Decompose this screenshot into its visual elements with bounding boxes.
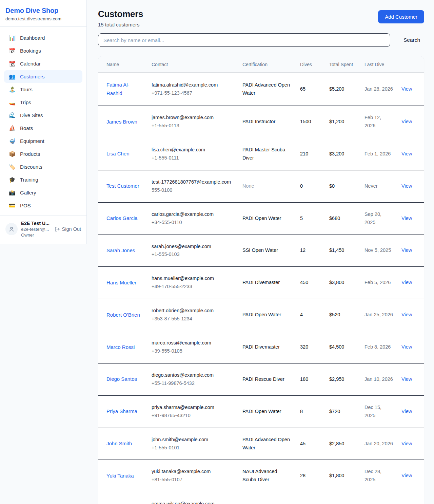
search-input[interactable] [98, 33, 390, 47]
customer-name-link-carlos-garcia[interactable]: Carlos Garcia [106, 215, 138, 221]
customer-name-link-yuki-tanaka[interactable]: Yuki Tanaka [106, 473, 134, 479]
customer-certification: SSI Open Water [238, 235, 296, 267]
customer-certification: NAUI Advanced Scuba Diver [238, 460, 296, 492]
title-block: Customers 15 total customers [98, 9, 143, 27]
view-link-priya-sharma[interactable]: View [401, 409, 412, 414]
sidebar-item-icon-calendar: 📆 [9, 61, 16, 67]
customer-last-dive: Dec 28, 2025 [360, 460, 397, 492]
customer-last-dive: Feb 5, 2026 [360, 267, 397, 299]
sidebar-item-pos[interactable]: 💳 POS [4, 199, 82, 212]
sidebar-item-tours[interactable]: 🏝️ Tours [4, 83, 82, 96]
customer-name-link-fatima-al-rashid[interactable]: Fatima Al-Rashid [106, 82, 130, 96]
customer-total-spent: $2,950 [325, 363, 360, 395]
sidebar-item-label: POS [20, 203, 31, 208]
customer-last-dive: Jan 20, 2026 [360, 428, 397, 460]
view-link-fatima-al-rashid[interactable]: View [401, 86, 412, 92]
view-link-yuki-tanaka[interactable]: View [401, 473, 412, 478]
table-row-hans-mueller: Hans Mueller hans.mueller@example.com +4… [98, 267, 424, 299]
customer-name-link-james-brown[interactable]: James Brown [106, 119, 137, 125]
view-link-lisa-chen[interactable]: View [401, 151, 412, 156]
search-button[interactable]: Search [399, 34, 424, 46]
sidebar-item-products[interactable]: 📦 Products [4, 148, 82, 160]
customer-email: james.brown@example.com [152, 114, 234, 122]
user-role: Owner [21, 232, 51, 238]
table-row-carlos-garcia: Carlos Garcia carlos.garcia@example.com … [98, 202, 424, 235]
customer-name-link-priya-sharma[interactable]: Priya Sharma [106, 408, 137, 414]
sidebar-item-icon-products: 📦 [9, 151, 16, 157]
customer-total-spent: $4,500 [325, 331, 360, 363]
customer-total-spent: $2,850 [325, 428, 360, 460]
sidebar-nav: 📊 Dashboard 📅 Bookings 📆 Calendar 👥 Cust… [0, 27, 86, 216]
sidebar-item-icon-pos: 💳 [9, 203, 16, 208]
main-content: Customers 15 total customers Add Custome… [87, 0, 434, 504]
table-row-sarah-jones: Sarah Jones sarah.jones@example.com +1-5… [98, 235, 424, 267]
sidebar-item-training[interactable]: 🎓 Training [4, 173, 82, 186]
customer-dives: 85 [296, 492, 325, 504]
sidebar-item-bookings[interactable]: 📅 Bookings [4, 44, 82, 57]
sidebar-item-label: Customers [20, 74, 45, 79]
user-email: e2e-tester@... [21, 227, 51, 232]
customer-name-link-marco-rossi[interactable]: Marco Rossi [106, 344, 135, 350]
sidebar-item-dashboard[interactable]: 📊 Dashboard [4, 32, 82, 44]
customer-name-link-diego-santos[interactable]: Diego Santos [106, 376, 137, 382]
shop-name[interactable]: Demo Dive Shop [5, 7, 81, 15]
sidebar-item-icon-discounts: 🏷️ [9, 164, 16, 170]
sidebar-item-customers[interactable]: 👥 Customers [4, 70, 82, 83]
column-header-name: Name [98, 56, 147, 73]
sidebar-item-calendar[interactable]: 📆 Calendar [4, 57, 82, 70]
customer-name-link-robert-o-brien[interactable]: Robert O'Brien [106, 312, 140, 318]
sidebar-item-label: Gallery [20, 190, 36, 195]
customer-name-link-lisa-chen[interactable]: Lisa Chen [106, 151, 130, 156]
customer-name-link-test-customer[interactable]: Test Customer [106, 183, 139, 189]
view-link-sarah-jones[interactable]: View [401, 247, 412, 253]
customer-name-link-sarah-jones[interactable]: Sarah Jones [106, 247, 135, 253]
sidebar-item-boats[interactable]: ⛵ Boats [4, 122, 82, 134]
customer-email: yuki.tanaka@example.com [152, 468, 234, 476]
customer-certification: PADI Advanced Open Water [238, 428, 296, 460]
customer-name-link-hans-mueller[interactable]: Hans Mueller [106, 280, 136, 285]
sidebar-item-label: Discounts [20, 164, 42, 170]
avatar [5, 223, 18, 235]
customer-phone: 555-0100 [152, 186, 234, 194]
customer-certification: PADI Master Scuba Diver [238, 138, 296, 170]
column-header-dives: Dives [296, 56, 325, 73]
customer-name-link-john-smith[interactable]: John Smith [106, 441, 132, 446]
customer-email: carlos.garcia@example.com [152, 210, 234, 219]
sidebar-item-trips[interactable]: 🚤 Trips [4, 96, 82, 109]
customer-phone: +34-555-0110 [152, 219, 234, 227]
user-meta: E2E Test U... e2e-tester@... Owner [21, 221, 51, 238]
sidebar-item-label: Dive Sites [20, 112, 43, 118]
view-link-diego-santos[interactable]: View [401, 376, 412, 382]
customer-email: emma.wilson@example.com [152, 500, 234, 504]
sidebar-item-dive-sites[interactable]: 🌊 Dive Sites [4, 109, 82, 122]
sidebar-item-gallery[interactable]: 📸 Gallery [4, 186, 82, 199]
column-header-total-spent: Total Spent [325, 56, 360, 73]
view-link-john-smith[interactable]: View [401, 441, 412, 446]
sidebar-item-equipment[interactable]: 🤿 Equipment [4, 135, 82, 147]
add-customer-button[interactable]: Add Customer [378, 10, 424, 23]
customer-dives: 210 [296, 138, 325, 170]
table-row-test-customer: Test Customer test-1772681807767@example… [98, 170, 424, 202]
sign-out-button[interactable]: Sign Out [55, 226, 81, 232]
table-row-john-smith: John Smith john.smith@example.com +1-555… [98, 428, 424, 460]
customer-email: sarah.jones@example.com [152, 243, 234, 251]
view-link-hans-mueller[interactable]: View [401, 280, 412, 285]
page-title: Customers [98, 9, 143, 19]
column-header-last-dive: Last Dive [360, 56, 397, 73]
view-link-james-brown[interactable]: View [401, 119, 412, 124]
sidebar-item-label: Equipment [20, 138, 44, 144]
view-link-marco-rossi[interactable]: View [401, 344, 412, 350]
sidebar-item-label: Tours [20, 87, 33, 92]
sidebar-item-icon-gallery: 📸 [9, 190, 16, 195]
table-row-yuki-tanaka: Yuki Tanaka yuki.tanaka@example.com +81-… [98, 460, 424, 492]
customer-email: marco.rossi@example.com [152, 339, 234, 347]
view-link-robert-o-brien[interactable]: View [401, 312, 412, 317]
view-link-test-customer[interactable]: View [401, 183, 412, 189]
view-link-carlos-garcia[interactable]: View [401, 216, 412, 221]
sidebar-item-discounts[interactable]: 🏷️ Discounts [4, 161, 82, 173]
column-header-certification: Certification [238, 56, 296, 73]
customer-certification: BSAC Sports Diver [238, 492, 296, 504]
search-row: Search [98, 33, 424, 47]
table-row-james-brown: James Brown james.brown@example.com +1-5… [98, 106, 424, 138]
customer-total-spent: $2,600 [325, 492, 360, 504]
